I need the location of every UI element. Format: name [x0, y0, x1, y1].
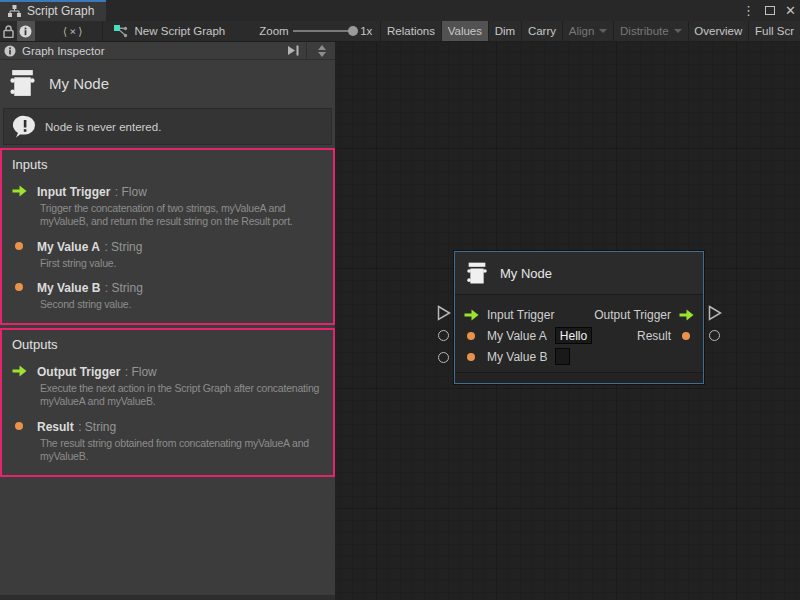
graph-node-icon	[113, 25, 128, 38]
inspector-title: Graph Inspector	[22, 45, 281, 57]
section-title: Outputs	[12, 337, 323, 352]
port-label-my-value-b: My Value B	[487, 350, 547, 364]
arrow-up-icon[interactable]	[318, 45, 326, 50]
chevron-down-icon	[599, 29, 607, 33]
inspected-node-title: My Node	[49, 75, 109, 92]
lock-button[interactable]	[0, 21, 17, 41]
new-script-graph-button[interactable]: New Script Graph	[107, 21, 232, 41]
tab-label: Script Graph	[27, 4, 94, 18]
node-title: My Node	[500, 266, 552, 281]
port-description: First string value.	[40, 257, 323, 270]
port-description: The result string obtained from concaten…	[40, 437, 323, 464]
info-icon	[19, 25, 32, 38]
zoom-slider[interactable]	[293, 30, 356, 32]
my-value-a-input[interactable]: Hello	[555, 327, 592, 344]
value-port-icon[interactable]	[682, 332, 690, 340]
graph-inspector-panel: Graph Inspector My Node Node is never en…	[0, 42, 335, 600]
flow-port-icon[interactable]	[679, 309, 694, 321]
tab-script-graph[interactable]: Script Graph	[0, 0, 106, 21]
hierarchy-icon	[8, 5, 21, 17]
arrow-down-icon[interactable]	[318, 52, 326, 57]
external-flow-input-port[interactable]	[437, 305, 451, 321]
toolbar-button-overview[interactable]: Overview	[688, 21, 748, 41]
node-icon	[9, 68, 36, 99]
flow-port-icon	[12, 185, 27, 197]
external-value-port[interactable]	[709, 330, 720, 341]
separator	[306, 42, 307, 60]
lock-icon	[3, 25, 14, 38]
warning-text: Node is never entered.	[45, 121, 161, 133]
node-footer	[455, 372, 703, 383]
title-bar: Script Graph ⋮ ✕	[0, 0, 800, 21]
flow-port-icon[interactable]	[464, 309, 479, 321]
external-flow-output-port[interactable]	[708, 305, 722, 321]
port-doc-my-value-a: My Value A : String First string value.	[12, 237, 323, 270]
zoom-slider-handle[interactable]	[348, 26, 358, 36]
scroll-arrows[interactable]	[313, 45, 331, 57]
toolbar-button-fullscreen[interactable]: Full Scr	[749, 21, 800, 41]
new-script-graph-label: New Script Graph	[135, 25, 226, 37]
maximize-icon[interactable]	[765, 6, 775, 15]
toolbar-button-align[interactable]: Align	[563, 21, 614, 41]
graph-toolbar: ⟨×⟩ New Script Graph Zoom 1x Relations V…	[0, 21, 800, 42]
warning-box: Node is never entered.	[3, 108, 332, 145]
zoom-label: Zoom	[259, 25, 288, 37]
graph-node-my-node[interactable]: My Node Input Trigger Output Trigger My …	[454, 251, 704, 384]
external-value-port[interactable]	[438, 352, 449, 363]
warning-bubble-icon	[13, 115, 37, 138]
port-doc-output-trigger: Output Trigger : Flow Execute the next a…	[12, 362, 323, 409]
inspector-toggle-button[interactable]	[17, 21, 34, 41]
external-value-port[interactable]	[438, 330, 449, 341]
toolbar-separator	[102, 21, 103, 41]
port-doc-result: Result : String The result string obtain…	[12, 417, 323, 464]
port-doc-input-trigger: Input Trigger : Flow Trigger the concate…	[12, 182, 323, 229]
toolbar-button-relations[interactable]: Relations	[381, 21, 441, 41]
node-header[interactable]: My Node	[455, 252, 703, 295]
zoom-value: 1x	[360, 25, 372, 37]
value-port-icon[interactable]	[467, 353, 475, 361]
port-label-my-value-a: My Value A	[487, 329, 547, 343]
window-menu-icon[interactable]: ⋮	[742, 4, 755, 17]
port-doc-my-value-b: My Value B : String Second string value.	[12, 278, 323, 311]
inspected-node-header: My Node	[0, 60, 335, 107]
port-description: Execute the next action in the Script Gr…	[40, 382, 323, 409]
value-port-icon[interactable]	[467, 332, 475, 340]
dock-panel-icon[interactable]	[287, 45, 300, 56]
chevron-down-icon	[674, 29, 682, 33]
info-icon	[4, 45, 16, 57]
inspector-header: Graph Inspector	[0, 42, 335, 60]
code-icon: ⟨×⟩	[62, 25, 85, 38]
my-value-b-input[interactable]	[555, 348, 570, 365]
toolbar-button-dim[interactable]: Dim	[489, 21, 521, 41]
section-title: Inputs	[12, 157, 323, 172]
port-label-result: Result	[637, 329, 671, 343]
port-label-input-trigger: Input Trigger	[487, 308, 554, 322]
toolbar-button-carry[interactable]: Carry	[522, 21, 562, 41]
graph-canvas[interactable]: My Node Input Trigger Output Trigger My …	[335, 42, 800, 600]
toolbar-button-distribute[interactable]: Distribute	[614, 21, 688, 41]
inputs-section: Inputs Input Trigger : Flow Trigger the …	[0, 148, 335, 325]
value-port-icon	[15, 422, 23, 430]
value-port-icon	[15, 242, 23, 250]
panel-bottom-edge	[0, 595, 335, 600]
flow-port-icon	[12, 365, 27, 377]
port-label-output-trigger: Output Trigger	[594, 308, 671, 322]
outputs-section: Outputs Output Trigger : Flow Execute th…	[0, 328, 335, 477]
code-view-button[interactable]: ⟨×⟩	[57, 21, 90, 41]
value-port-icon	[15, 283, 23, 291]
port-description: Trigger the concatenation of two strings…	[40, 202, 323, 229]
toolbar-button-values[interactable]: Values	[442, 21, 488, 41]
node-icon	[466, 261, 488, 286]
port-description: Second string value.	[40, 298, 323, 311]
close-icon[interactable]: ✕	[785, 4, 796, 17]
